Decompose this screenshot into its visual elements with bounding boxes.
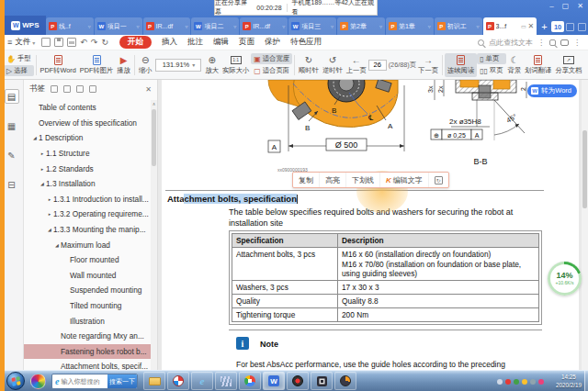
download-progress-widget[interactable]: 14% +10.6K/s [548, 262, 582, 296]
bookmark-item[interactable]: Tilted mounting [24, 298, 151, 314]
bookmark-item[interactable]: Overview of this specification [24, 116, 151, 131]
find-text-hint[interactable]: 点此查找文本 [489, 38, 533, 48]
show-desktop-button[interactable] [584, 371, 588, 391]
new-tab-button[interactable]: + [541, 21, 547, 32]
copy-button[interactable]: 复制 [293, 173, 320, 187]
bookmark-item[interactable]: Wall mounted [24, 268, 151, 284]
clock[interactable]: 14:25 2020/2/19 [556, 374, 582, 389]
play-button[interactable]: ▶ 播放 [115, 55, 132, 75]
menu-item-insert[interactable]: 插入 [162, 37, 177, 48]
expand-icon[interactable]: ▸ [46, 196, 53, 202]
highlight-button[interactable]: 高亮 [320, 173, 346, 187]
double-page-button[interactable]: ▯▯ 双页 [477, 65, 505, 76]
volume-icon[interactable] [530, 379, 536, 385]
tray-icon[interactable] [522, 379, 527, 385]
explorer-icon[interactable] [143, 372, 165, 390]
tab-document-5[interactable]: P IR...df▿ [240, 17, 288, 35]
bookmark-item[interactable]: ◢Maximum load [24, 237, 151, 252]
more-icon[interactable]: ⋮ [573, 39, 581, 47]
expand-icon[interactable]: ▸ [39, 166, 46, 172]
more-tools-button[interactable]: ↻ [429, 173, 448, 187]
zoom-level-select[interactable]: 131.91% [155, 59, 201, 72]
bookmark-item[interactable]: Floor mounted [24, 252, 151, 268]
redo-icon[interactable]: ↷ [91, 38, 98, 47]
hamburger-icon[interactable]: ≡ [7, 38, 12, 47]
collapse-all-icon[interactable] [63, 85, 71, 93]
menu-item-page[interactable]: 页面 [239, 37, 254, 48]
print-icon[interactable] [67, 38, 76, 47]
tab-count-badge[interactable]: 10 [551, 21, 565, 32]
next-page-button[interactable]: → 下一页 [416, 55, 440, 75]
zoom-out-button[interactable]: ⊖ 缩小 [137, 55, 154, 75]
tab-document-2[interactable]: W 项目一▿ [95, 17, 142, 35]
next-bookmark-icon[interactable] [89, 85, 96, 93]
attachment-panel-icon[interactable]: ⊟ [5, 177, 19, 192]
bookmark-item[interactable]: ◢1.3 Installation [24, 176, 151, 192]
chrome-icon[interactable] [239, 372, 261, 390]
menu-item-home[interactable]: 开始 [119, 36, 152, 49]
scroll-up-icon[interactable]: ∧ [151, 100, 157, 107]
hand-tool-button[interactable]: ✋ 手型 [4, 53, 34, 64]
menu-item-protect[interactable]: 保护 [265, 37, 280, 48]
taskbar-search-button[interactable]: 搜索一下 [107, 374, 137, 388]
app-ball-icon[interactable] [167, 372, 189, 390]
background-button[interactable]: ☾ 背景 [506, 55, 524, 75]
edit-text-button[interactable]: K 编辑文字 [380, 173, 429, 187]
wps-menu-button[interactable]: W WPS [5, 16, 46, 35]
scrollbar-thumb[interactable] [582, 130, 587, 208]
maximize-icon[interactable]: ▢ [562, 2, 570, 11]
panel-close-icon[interactable]: ✕ [145, 85, 152, 94]
fit-width-button[interactable]: ▣ 适合宽度 [251, 53, 292, 64]
wps-taskbar-icon[interactable]: W [263, 372, 285, 390]
taskbar-search-input[interactable] [61, 378, 107, 385]
bookmark-item[interactable]: Suspended mounting [24, 283, 151, 298]
continuous-read-button[interactable]: 连续阅读 [445, 53, 477, 77]
tab-document-4[interactable]: W 项目二▿ [191, 17, 239, 35]
expand-icon[interactable]: ◢ [39, 181, 46, 186]
bookmark-item[interactable]: Table of contents [24, 100, 151, 116]
menu-item-special[interactable]: 特色应用 [290, 37, 322, 48]
file-menu[interactable]: 文件 [15, 37, 30, 48]
tab-comment-icon[interactable]: ▭ [521, 23, 526, 29]
expand-icon[interactable]: ▸ [46, 211, 53, 217]
zoom-in-button[interactable]: ⊕ 放大 [203, 55, 220, 75]
undo-icon[interactable]: ↶ [80, 38, 87, 47]
tab-close-icon[interactable]: ✕ [528, 22, 535, 30]
open-icon[interactable] [41, 38, 51, 47]
expand-icon[interactable]: ◢ [53, 242, 61, 248]
internet-explorer-icon[interactable]: e [191, 372, 213, 390]
pinwheel-app-icon[interactable] [30, 374, 46, 389]
tab-document-active[interactable]: P 3...f ▭ ✕ [483, 17, 537, 35]
prev-page-button[interactable]: ← 上一页 [345, 55, 368, 75]
bookmark-item[interactable]: Illustration [24, 313, 151, 329]
bookmark-item[interactable]: Attachment bolts, specif... [24, 359, 151, 370]
tab-document-6[interactable]: W 项目三▿ [288, 17, 336, 35]
expand-icon[interactable]: ▸ [39, 151, 46, 156]
save-icon[interactable] [54, 38, 63, 47]
start-button[interactable] [6, 372, 25, 390]
menu-item-edit[interactable]: 编辑 [213, 37, 229, 48]
bars-app-icon[interactable] [215, 372, 237, 390]
settings-gear-icon[interactable] [549, 39, 556, 46]
sync-icon[interactable]: ↻ [101, 38, 108, 47]
tab-document-8[interactable]: P 第1章▿ [386, 17, 434, 35]
expand-all-icon[interactable] [51, 85, 58, 93]
scrollbar-thumb[interactable] [152, 109, 156, 166]
single-page-button[interactable]: ▯ 单页 [477, 53, 505, 64]
more-icon[interactable]: ⋮ [537, 39, 545, 47]
convert-to-word-button[interactable]: W 转为Word [527, 84, 577, 97]
bookmark-item[interactable]: ▸1.3.1 Introduction to install... [24, 192, 151, 207]
minimize-icon[interactable]: – [549, 2, 553, 11]
expand-icon[interactable]: ◢ [46, 227, 53, 232]
tray-icon[interactable] [497, 379, 503, 385]
annotation-panel-icon[interactable]: ✎ [5, 148, 19, 162]
bookmark-item[interactable]: ▸1.1 Structure [24, 146, 151, 162]
document-scrollbar[interactable] [582, 80, 588, 370]
menu-item-comment[interactable]: 批注 [187, 37, 203, 48]
select-tool-button[interactable]: ▷ 选择 [4, 65, 34, 76]
thumbnail-panel-icon[interactable]: ▦ [5, 118, 19, 133]
tab-document-9[interactable]: P 初识工▿ [435, 17, 482, 35]
search-icon[interactable] [478, 39, 484, 46]
expand-icon[interactable]: ◢ [31, 135, 39, 140]
pdf-to-word-button[interactable]: PDF转Word [39, 55, 78, 75]
